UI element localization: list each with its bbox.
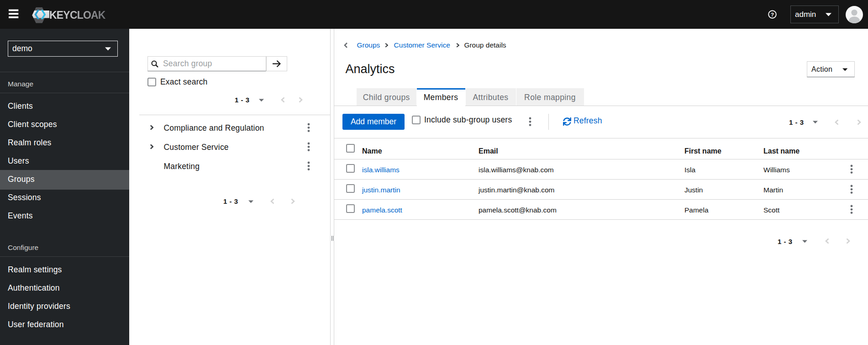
svg-text:?: ?: [771, 11, 774, 17]
